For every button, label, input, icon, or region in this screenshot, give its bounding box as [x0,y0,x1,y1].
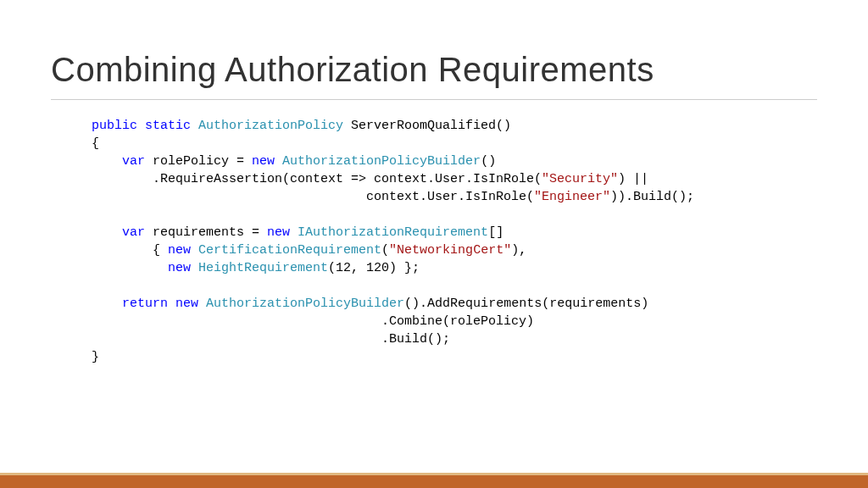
footer-accent-bar [0,473,868,488]
sp [168,297,175,311]
height-indent [122,261,168,275]
arr-open: [] [488,225,504,240]
cert-open: ( [381,243,389,258]
string-engineer: "Engineer" [534,190,610,204]
string-netcert: "NetworkingCert" [389,243,511,258]
requirements-decl: requirements = [145,225,267,240]
arr-brace: { [122,243,168,258]
keyword-static: static [145,119,191,133]
keyword-new: new [168,261,191,275]
keyword-new: new [252,154,275,169]
keyword-return: return [122,297,168,311]
method-name: ServerRoomQualified() [343,119,511,133]
keyword-new: new [175,297,198,311]
type-iauthreq: IAuthorizationRequirement [290,225,488,240]
build-line: .Build(); [92,332,450,347]
keyword-var: var [122,225,145,240]
slide-title: Combining Authorization Requirements [51,51,817,100]
brace-open: { [92,136,99,151]
keyword-public: public [92,119,137,133]
combine-line: .Combine(rolePolicy) [92,314,534,329]
builder-call: () [481,154,496,169]
code-block: public static AuthorizationPolicy Server… [92,117,817,366]
engineer-pre: context.User.IsInRole( [92,190,534,204]
string-security: "Security" [542,172,618,186]
require-line: .RequireAssertion(context => context.Use… [92,172,542,186]
keyword-new: new [267,225,290,240]
type-authpolicybuilder: AuthorizationPolicyBuilder [198,297,404,311]
addreq-call: ().AddRequirements(requirements) [404,297,648,311]
rolepolicy-decl: rolePolicy = [145,154,252,169]
brace-close: } [92,350,99,364]
type-heightreq: HeightRequirement [191,261,328,275]
type-authpolicy: AuthorizationPolicy [198,119,343,133]
type-authpolicybuilder: AuthorizationPolicyBuilder [275,154,481,169]
cert-close: ), [511,243,526,258]
require-tail: ) || [618,172,648,186]
keyword-var: var [122,154,145,169]
height-args: (12, 120) }; [328,261,420,275]
slide-content: Combining Authorization Requirements pub… [0,0,868,366]
keyword-new: new [168,243,191,258]
type-certreq: CertificationRequirement [191,243,381,258]
engineer-tail: )).Build(); [610,190,694,204]
